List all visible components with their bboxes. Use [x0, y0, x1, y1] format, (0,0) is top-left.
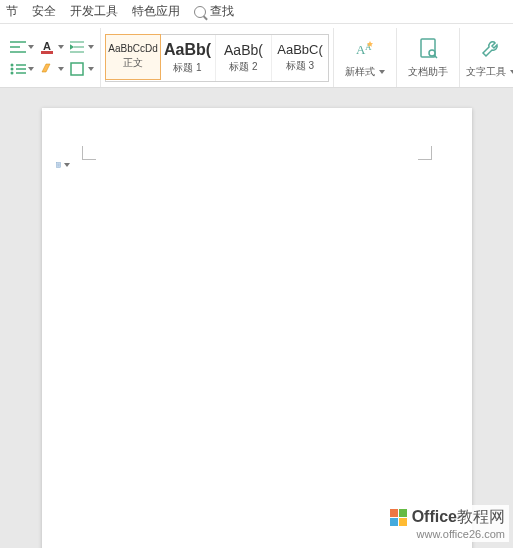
- svg-rect-5: [71, 63, 83, 75]
- menu-item-special[interactable]: 特色应用: [132, 3, 180, 20]
- svg-point-0: [11, 63, 14, 66]
- indent-button[interactable]: [70, 37, 94, 57]
- style-heading3[interactable]: AaBbC( 标题 3: [272, 35, 328, 81]
- highlight-button[interactable]: [40, 59, 64, 79]
- svg-rect-12: [390, 509, 398, 517]
- margin-corner-tl: [82, 146, 96, 160]
- search-icon: [194, 6, 206, 18]
- style-preview: AaBb(: [224, 42, 263, 58]
- watermark-url: www.office26.com: [417, 528, 505, 540]
- document-workspace: [0, 88, 513, 548]
- doc-assist-button[interactable]: 文档助手: [403, 32, 453, 84]
- border-button[interactable]: [70, 59, 94, 79]
- search-label: 查找: [210, 3, 234, 20]
- font-color-button[interactable]: A: [40, 37, 64, 57]
- new-style-button[interactable]: AA 新样式: [340, 32, 390, 84]
- wrench-icon: [479, 37, 503, 61]
- page-option-badge[interactable]: [56, 158, 70, 172]
- watermark: Office教程网 www.office26.com: [386, 505, 509, 542]
- menu-bar: 节 安全 开发工具 特色应用 查找: [0, 0, 513, 24]
- style-preview: AaBbC(: [277, 42, 323, 57]
- svg-rect-15: [399, 518, 407, 526]
- format-group: A: [4, 28, 101, 87]
- document-page[interactable]: [42, 108, 472, 548]
- style-label: 标题 1: [173, 61, 201, 75]
- style-gallery: AaBbCcDd 正文 AaBb( 标题 1 AaBb( 标题 2 AaBbC(…: [105, 34, 329, 82]
- watermark-brand: Office教程网: [412, 507, 505, 528]
- margin-corner-tr: [418, 146, 432, 160]
- style-label: 正文: [123, 56, 143, 70]
- doc-assist-icon: [416, 37, 440, 61]
- search-box[interactable]: 查找: [194, 3, 234, 20]
- svg-rect-14: [390, 518, 398, 526]
- style-label: 标题 2: [229, 60, 257, 74]
- svg-point-2: [11, 71, 14, 74]
- style-body[interactable]: AaBbCcDd 正文: [105, 34, 161, 80]
- svg-text:A: A: [43, 40, 51, 52]
- align-button[interactable]: [10, 37, 34, 57]
- menu-item-section[interactable]: 节: [6, 3, 18, 20]
- menu-item-devtools[interactable]: 开发工具: [70, 3, 118, 20]
- styles-group: AaBbCcDd 正文 AaBb( 标题 1 AaBb( 标题 2 AaBbC(…: [101, 28, 334, 87]
- svg-rect-13: [399, 509, 407, 517]
- list-button[interactable]: [10, 59, 34, 79]
- style-preview: AaBb(: [164, 41, 211, 59]
- style-heading1[interactable]: AaBb( 标题 1: [160, 35, 216, 81]
- office-logo-icon: [390, 509, 408, 527]
- text-tools-button[interactable]: 文字工具: [466, 32, 513, 84]
- new-style-icon: AA: [353, 37, 377, 61]
- svg-rect-4: [41, 51, 53, 54]
- style-label: 标题 3: [286, 59, 314, 73]
- ribbon-toolbar: A AaBbC: [0, 24, 513, 88]
- style-heading2[interactable]: AaBb( 标题 2: [216, 35, 272, 81]
- svg-point-1: [11, 67, 14, 70]
- menu-item-security[interactable]: 安全: [32, 3, 56, 20]
- style-preview: AaBbCcDd: [108, 43, 157, 54]
